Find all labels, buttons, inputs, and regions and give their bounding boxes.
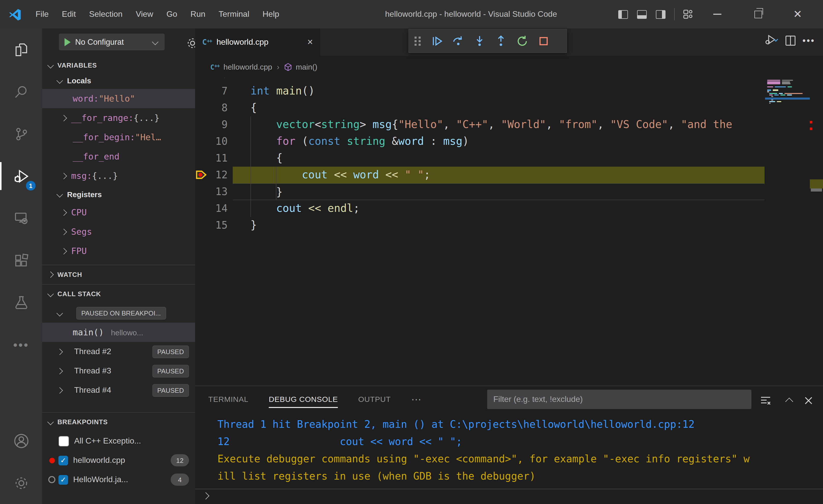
variables-section-header[interactable]: VARIABLES xyxy=(42,58,195,71)
register-group-row[interactable]: FPU xyxy=(42,241,195,261)
menu-edit[interactable]: Edit xyxy=(55,0,83,28)
source-control-icon[interactable] xyxy=(0,113,42,155)
more-icon[interactable]: ••• xyxy=(0,324,42,366)
maximize-panel-icon[interactable] xyxy=(781,393,797,408)
register-group-name: FPU xyxy=(71,246,87,256)
variable-row[interactable]: __for_end xyxy=(42,147,195,166)
continue-icon[interactable] xyxy=(426,31,448,51)
drag-grip-icon[interactable] xyxy=(409,31,426,51)
code-editor[interactable]: 67int main()8{9 vector<string> msg{"Hell… xyxy=(195,78,823,386)
close-panel-icon[interactable] xyxy=(801,393,816,408)
debug-console-output[interactable]: Thread 1 hit Breakpoint 2, main () at C:… xyxy=(195,412,823,489)
breakpoints-section-header[interactable]: BREAKPOINTS xyxy=(42,412,195,431)
minimap-line xyxy=(788,87,792,88)
menu-file[interactable]: File xyxy=(29,0,55,28)
watch-section-header[interactable]: WATCH xyxy=(42,265,195,284)
toggle-panel-icon[interactable] xyxy=(635,7,649,21)
panel-more-icon[interactable]: ⋯ xyxy=(411,393,422,405)
restore-icon[interactable] xyxy=(751,7,765,21)
stack-frame-row[interactable]: main() hellowo... xyxy=(42,323,195,342)
minimize-icon[interactable] xyxy=(713,14,721,15)
search-icon[interactable] xyxy=(0,70,42,113)
code-line[interactable] xyxy=(233,78,765,83)
register-group-row[interactable]: CPU xyxy=(42,203,195,222)
extensions-icon[interactable] xyxy=(0,239,42,282)
menu-selection[interactable]: Selection xyxy=(83,0,129,28)
breakpoint-row[interactable]: ✓HelloWorld.ja...4 xyxy=(42,470,195,489)
code-line[interactable]: { xyxy=(233,150,765,167)
customize-layout-icon[interactable] xyxy=(681,7,695,21)
breakpoint-checkbox[interactable]: ✓ xyxy=(58,475,68,484)
stop-icon[interactable] xyxy=(533,31,554,51)
step-over-icon[interactable] xyxy=(448,31,469,51)
editor-group: C++ helloworld.cpp × C++ helloworld.cpp … xyxy=(195,28,823,504)
register-group-row[interactable]: Segs xyxy=(42,222,195,241)
call-stack-section-header[interactable]: CALL STACK xyxy=(42,284,195,303)
thread-row[interactable]: Thread #2PAUSED xyxy=(42,342,195,361)
variable-row[interactable]: word: "Hello" xyxy=(42,89,195,108)
current-execution-line[interactable]: cout << word << " "; xyxy=(233,167,765,183)
bottom-panel: TERMINALDEBUG CONSOLEOUTPUT ⋯ Thread 1 h… xyxy=(195,386,823,504)
debug-config-dropdown[interactable]: No Configurat xyxy=(59,33,165,50)
menu-terminal[interactable]: Terminal xyxy=(212,0,256,28)
breakpoint-row[interactable]: All C++ Exceptio... xyxy=(42,431,195,451)
code-line[interactable]: cout << endl; xyxy=(233,200,765,217)
console-line: 12 cout << word << " "; xyxy=(217,433,823,450)
thread-1-row[interactable]: PAUSED ON BREAKPOI... xyxy=(42,303,195,323)
step-into-icon[interactable] xyxy=(469,31,490,51)
activity-bar: 1 ••• xyxy=(0,28,42,504)
start-debug-icon[interactable] xyxy=(64,38,70,46)
code-line[interactable]: int main() xyxy=(233,83,765,100)
breadcrumb-symbol[interactable]: main() xyxy=(296,62,317,71)
code-line[interactable]: for (const string &word : msg) xyxy=(233,133,765,150)
thread-row[interactable]: Thread #3PAUSED xyxy=(42,361,195,380)
code-line[interactable]: vector<string> msg{"Hello", "C++", "Worl… xyxy=(233,116,765,133)
step-out-icon[interactable] xyxy=(490,31,512,51)
breakpoint-row[interactable]: ✓helloworld.cpp12 xyxy=(42,451,195,470)
menu-help[interactable]: Help xyxy=(256,0,286,28)
code-line[interactable]: { xyxy=(233,100,765,116)
panel-tab-output[interactable]: OUTPUT xyxy=(358,386,391,412)
close-icon[interactable]: ✕ xyxy=(791,7,805,21)
toggle-sidebar-icon[interactable] xyxy=(616,7,630,21)
split-editor-icon[interactable] xyxy=(781,31,800,50)
thread-row[interactable]: Thread #4PAUSED xyxy=(42,380,195,400)
breakpoint-label: helloworld.cpp xyxy=(73,456,171,465)
debug-console-input[interactable] xyxy=(195,489,823,504)
remote-explorer-icon[interactable] xyxy=(0,197,42,239)
registers-scope-row[interactable]: Registers xyxy=(42,185,195,203)
menu-go[interactable]: Go xyxy=(160,0,184,28)
settings-gear-icon[interactable] xyxy=(0,462,42,504)
account-icon[interactable] xyxy=(0,419,42,462)
close-tab-icon[interactable]: × xyxy=(305,37,315,48)
console-filter-input[interactable] xyxy=(487,390,752,409)
cpp-file-icon: C++ xyxy=(202,38,212,47)
variable-row[interactable]: msg: {...} xyxy=(42,166,195,185)
panel-tab-debug-console[interactable]: DEBUG CONSOLE xyxy=(269,386,338,412)
menu-view[interactable]: View xyxy=(129,0,160,28)
run-or-debug-icon[interactable] xyxy=(763,31,781,50)
variable-row[interactable]: __for_begin: "Hel… xyxy=(42,128,195,147)
tab-helloworld-cpp[interactable]: C++ helloworld.cpp × xyxy=(195,28,320,56)
thread-rows: Thread #2PAUSEDThread #3PAUSEDThread #4P… xyxy=(42,342,195,400)
code-line[interactable]: } xyxy=(233,183,765,200)
configure-gear-icon[interactable] xyxy=(186,37,195,50)
minimap[interactable] xyxy=(765,78,810,386)
explorer-icon[interactable] xyxy=(0,28,42,70)
run-and-debug-icon[interactable]: 1 xyxy=(0,155,42,197)
testing-icon[interactable] xyxy=(0,282,42,324)
code-line[interactable]: } xyxy=(233,217,765,234)
breadcrumb-file[interactable]: helloworld.cpp xyxy=(223,62,272,71)
clear-console-icon[interactable] xyxy=(758,393,773,408)
locals-scope-row[interactable]: Locals xyxy=(42,71,195,89)
breakpoint-checkbox[interactable]: ✓ xyxy=(58,456,68,465)
code-text: for (const string &word : msg) xyxy=(233,133,765,150)
variable-row[interactable]: __for_range: {...} xyxy=(42,108,195,128)
more-actions-icon[interactable]: ••• xyxy=(800,31,818,50)
menu-run[interactable]: Run xyxy=(184,0,212,28)
toggle-secondary-sidebar-icon[interactable] xyxy=(653,7,668,21)
overview-ruler[interactable] xyxy=(810,78,823,386)
panel-tab-terminal[interactable]: TERMINAL xyxy=(208,386,249,412)
restart-icon[interactable] xyxy=(512,31,533,51)
breakpoint-checkbox[interactable] xyxy=(58,436,69,446)
